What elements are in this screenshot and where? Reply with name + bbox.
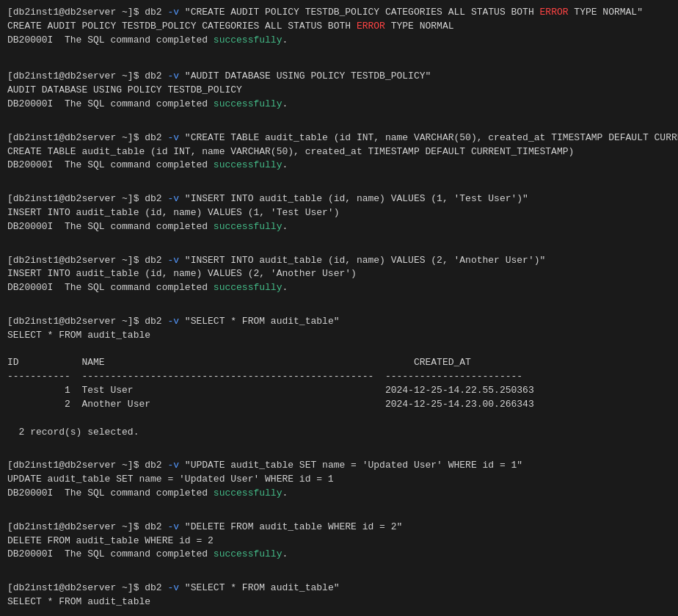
output-4a: INSERT INTO audit_table (id, name) VALUE…	[7, 206, 671, 220]
output-7a: UPDATE audit_table SET name = 'Updated U…	[7, 473, 671, 487]
prompt-5: [db2inst1@db2server ~]$ db2	[7, 255, 167, 266]
output-5b: DB20000I The SQL command completed succe…	[7, 281, 671, 295]
output-3a: CREATE TABLE audit_table (id INT, name V…	[7, 145, 671, 159]
error-keyword: ERROR	[540, 7, 569, 18]
prompt-text: [db2inst1@db2server ~]$ db2	[7, 7, 167, 18]
flag-v: -v	[167, 7, 179, 18]
success-text-7: successfully	[214, 488, 282, 499]
prompt-line-7: [db2inst1@db2server ~]$ db2 -v "UPDATE a…	[7, 459, 671, 473]
table-row-1-2: 2 Another User 2024-12-25-14.23.00.26634…	[7, 398, 671, 412]
prompt-9: [db2inst1@db2server ~]$ db2	[7, 582, 167, 593]
cmd-2: "AUDIT DATABASE USING POLICY TESTDB_POLI…	[179, 70, 431, 81]
output-5a: INSERT INTO audit_table (id, name) VALUE…	[7, 267, 671, 281]
prompt-6: [db2inst1@db2server ~]$ db2	[7, 316, 167, 327]
flag-v-3: -v	[167, 132, 179, 143]
records-selected-1: 2 record(s) selected.	[7, 426, 671, 440]
output-line-1b: DB20000I The SQL command completed succe…	[7, 34, 671, 48]
cmd-6: "SELECT * FROM audit_table"	[179, 316, 339, 327]
spacer-4	[7, 240, 671, 254]
table-row-1-1: 1 Test User 2024-12-25-14.22.55.250363	[7, 384, 671, 398]
cmd-9: "SELECT * FROM audit_table"	[179, 582, 339, 593]
output-4b: DB20000I The SQL command completed succe…	[7, 220, 671, 234]
command-block-6: [db2inst1@db2server ~]$ db2 -v "SELECT *…	[7, 315, 671, 440]
output-8a: DELETE FROM audit_table WHERE id = 2	[7, 535, 671, 548]
spacer-7	[7, 507, 671, 521]
success-text-4: successfully	[214, 221, 282, 232]
success-text-2: successfully	[214, 98, 282, 109]
success-text-3: successfully	[214, 159, 282, 170]
output-9b	[7, 609, 671, 616]
flag-v-7: -v	[167, 460, 179, 471]
command-block-5: [db2inst1@db2server ~]$ db2 -v "INSERT I…	[7, 254, 671, 296]
error-keyword-output: ERROR	[357, 21, 385, 32]
output-2b: DB20000I The SQL command completed succe…	[7, 98, 671, 112]
spacer-3	[7, 178, 671, 192]
table-summary-1	[7, 412, 671, 426]
spacer-1	[7, 54, 671, 68]
prompt-line-2: [db2inst1@db2server ~]$ db2 -v "AUDIT DA…	[7, 70, 671, 84]
command-block-1: [db2inst1@db2server ~]$ db2 -v "CREATE A…	[7, 6, 671, 48]
command-text: "CREATE AUDIT POLICY TESTDB_POLICY CATEG…	[179, 7, 539, 18]
prompt-line-6: [db2inst1@db2server ~]$ db2 -v "SELECT *…	[7, 315, 671, 329]
success-text-5: successfully	[214, 282, 282, 293]
prompt-line-1: [db2inst1@db2server ~]$ db2 -v "CREATE A…	[7, 6, 671, 20]
command-block-2: [db2inst1@db2server ~]$ db2 -v "AUDIT DA…	[7, 70, 671, 112]
prompt-8: [db2inst1@db2server ~]$ db2	[7, 521, 167, 532]
prompt-3: [db2inst1@db2server ~]$ db2	[7, 132, 167, 143]
flag-v-6: -v	[167, 316, 179, 327]
terminal-window: [db2inst1@db2server ~]$ db2 -v "CREATE A…	[7, 6, 671, 616]
output-6a: SELECT * FROM audit_table	[7, 329, 671, 343]
prompt-line-9: [db2inst1@db2server ~]$ db2 -v "SELECT *…	[7, 581, 671, 595]
command-block-3: [db2inst1@db2server ~]$ db2 -v "CREATE T…	[7, 131, 671, 173]
flag-v-4: -v	[167, 193, 179, 204]
prompt-line-4: [db2inst1@db2server ~]$ db2 -v "INSERT I…	[7, 192, 671, 206]
success-text-1: successfully	[214, 35, 282, 46]
prompt-4: [db2inst1@db2server ~]$ db2	[7, 193, 167, 204]
flag-v-9: -v	[167, 582, 179, 593]
output-line-1a: CREATE AUDIT POLICY TESTDB_POLICY CATEGO…	[7, 20, 671, 34]
prompt-line-5: [db2inst1@db2server ~]$ db2 -v "INSERT I…	[7, 254, 671, 268]
output-2a: AUDIT DATABASE USING POLICY TESTDB_POLIC…	[7, 84, 671, 98]
output-9a: SELECT * FROM audit_table	[7, 595, 671, 609]
flag-v-2: -v	[167, 70, 179, 81]
cmd-5: "INSERT INTO audit_table (id, name) VALU…	[179, 255, 545, 266]
spacer-2	[7, 117, 671, 131]
prompt-line-8: [db2inst1@db2server ~]$ db2 -v "DELETE F…	[7, 521, 671, 535]
spacer-6	[7, 445, 671, 459]
table-header-1: ID NAME CREATED_AT	[7, 356, 671, 370]
command-block-9: [db2inst1@db2server ~]$ db2 -v "SELECT *…	[7, 581, 671, 616]
output-8b: DB20000I The SQL command completed succe…	[7, 548, 671, 562]
prompt-2: [db2inst1@db2server ~]$ db2	[7, 70, 167, 81]
command-block-7: [db2inst1@db2server ~]$ db2 -v "UPDATE a…	[7, 459, 671, 501]
cmd-7: "UPDATE audit_table SET name = 'Updated …	[179, 460, 522, 471]
spacer-8	[7, 568, 671, 581]
success-text-8: successfully	[214, 548, 282, 559]
command-block-4: [db2inst1@db2server ~]$ db2 -v "INSERT I…	[7, 192, 671, 234]
spacer-5	[7, 301, 671, 315]
cmd-3: "CREATE TABLE audit_table (id INT, name …	[179, 132, 678, 143]
flag-v-8: -v	[167, 521, 179, 532]
cmd-8: "DELETE FROM audit_table WHERE id = 2"	[179, 521, 402, 532]
prompt-line-3: [db2inst1@db2server ~]$ db2 -v "CREATE T…	[7, 131, 671, 145]
command-block-8: [db2inst1@db2server ~]$ db2 -v "DELETE F…	[7, 521, 671, 562]
command-text-2: TYPE NORMAL"	[569, 7, 643, 18]
flag-v-5: -v	[167, 255, 179, 266]
output-7b: DB20000I The SQL command completed succe…	[7, 487, 671, 501]
prompt-7: [db2inst1@db2server ~]$ db2	[7, 460, 167, 471]
output-3b: DB20000I The SQL command completed succe…	[7, 159, 671, 173]
cmd-4: "INSERT INTO audit_table (id, name) VALU…	[179, 193, 528, 204]
table-sep-1: ----------- ----------------------------…	[7, 370, 671, 384]
output-6b	[7, 343, 671, 357]
